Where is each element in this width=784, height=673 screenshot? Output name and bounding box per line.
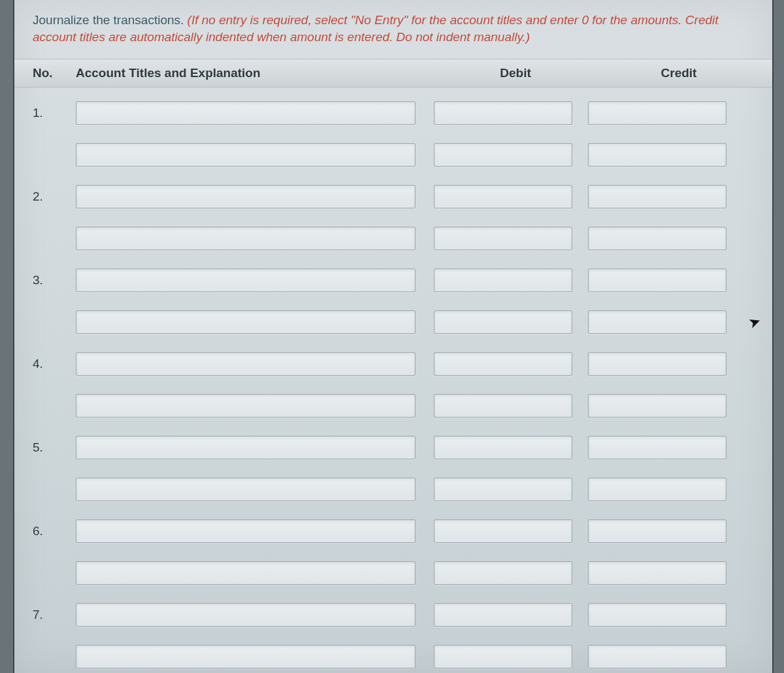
header-debit: Debit [434,66,597,80]
row-number: 2. [33,189,76,204]
credit-input[interactable] [588,394,727,418]
table-row: 3. [33,265,754,295]
credit-input[interactable] [588,519,727,543]
account-title-input[interactable] [76,394,416,418]
table-row [33,307,754,337]
debit-input[interactable] [434,436,572,459]
credit-input[interactable] [588,603,727,627]
header-acct: Account Titles and Explanation [76,66,434,80]
instructions-lead: Journalize the transactions. [33,13,188,27]
debit-input[interactable] [434,352,572,376]
table-header: No. Account Titles and Explanation Debit… [14,59,772,88]
header-no: No. [14,66,76,80]
debit-input[interactable] [434,519,572,543]
debit-input[interactable] [434,645,572,668]
account-title-input[interactable] [76,519,416,543]
row-number: 6. [33,524,76,538]
account-title-input[interactable] [76,185,416,208]
row-number: 4. [33,357,76,371]
debit-input[interactable] [434,603,572,627]
account-title-input[interactable] [76,436,416,459]
account-title-input[interactable] [76,101,416,125]
debit-input[interactable] [434,227,572,250]
debit-input[interactable] [434,478,572,501]
account-title-input[interactable] [76,310,416,334]
table-row [33,642,754,672]
debit-input[interactable] [434,561,572,585]
credit-input[interactable] [588,185,727,208]
table-row [33,391,754,421]
account-title-input[interactable] [76,478,416,501]
account-title-input[interactable] [76,143,416,167]
table-row [33,558,754,588]
credit-input[interactable] [588,478,727,501]
credit-input[interactable] [588,227,727,250]
account-title-input[interactable] [76,227,416,250]
row-number: 3. [33,273,76,287]
table-row [33,140,754,170]
row-number: 7. [33,608,76,622]
table-row: 5. [33,433,754,463]
credit-input[interactable] [588,143,727,167]
credit-input[interactable] [588,310,727,334]
debit-input[interactable] [434,269,572,292]
row-number: 5. [33,440,76,455]
credit-input[interactable] [588,101,727,125]
header-credit: Credit [597,66,760,80]
debit-input[interactable] [434,143,572,167]
table-row [33,223,754,254]
credit-input[interactable] [588,645,727,668]
debit-input[interactable] [434,185,572,208]
debit-input[interactable] [434,310,572,334]
account-title-input[interactable] [76,269,416,292]
credit-input[interactable] [588,352,727,376]
row-number: 1. [33,106,76,120]
instructions: Journalize the transactions. (If no entr… [14,0,772,50]
credit-input[interactable] [588,436,727,459]
account-title-input[interactable] [76,603,416,627]
table-row: 1. [33,98,754,128]
table-row: 6. [33,516,754,546]
table-row: 4. [33,349,754,379]
credit-input[interactable] [588,269,727,292]
account-title-input[interactable] [76,645,416,668]
account-title-input[interactable] [76,561,416,585]
credit-input[interactable] [588,561,727,585]
table-row: 7. [33,600,754,630]
table-row [33,474,754,504]
table-row: 2. [33,182,754,212]
debit-input[interactable] [434,101,572,125]
debit-input[interactable] [434,394,572,418]
account-title-input[interactable] [76,352,416,376]
